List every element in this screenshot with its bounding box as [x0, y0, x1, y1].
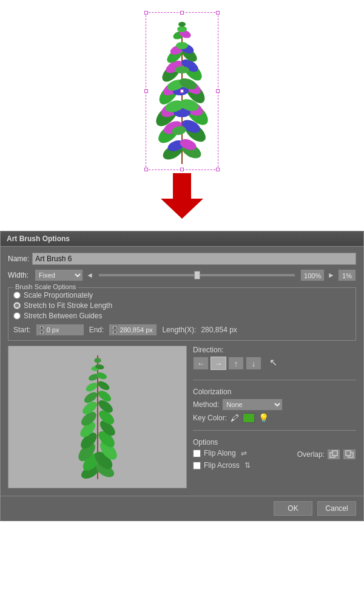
- direction-section: Direction: ← → ↑ ↓ ↖: [193, 346, 356, 372]
- end-spin-up[interactable]: ▲: [112, 325, 118, 330]
- length-label: Length(X):: [162, 326, 196, 334]
- dialog-titlebar: Art Brush Options: [1, 231, 363, 247]
- svg-rect-67: [346, 451, 351, 456]
- preview-box: [8, 346, 187, 488]
- radio-stretch-row: Stretch to Fit Stroke Length: [13, 301, 351, 310]
- flip-along-checkbox[interactable]: [193, 450, 201, 457]
- colorization-label: Colorization: [193, 388, 356, 396]
- svg-point-56: [84, 381, 99, 393]
- options-section: Options Flip Along ⇌ Flip Across: [193, 438, 356, 471]
- preview-plant: [31, 351, 164, 484]
- options-right: Overlap:: [297, 449, 356, 460]
- plant-art: [146, 12, 218, 170]
- start-spin-down[interactable]: ▼: [39, 330, 45, 335]
- dir-right-btn[interactable]: →: [211, 357, 226, 370]
- stel-row: Start: ▲ ▼ 0 px End: ▲ ▼ 280,854 px: [13, 324, 351, 336]
- cancel-button[interactable]: Cancel: [317, 501, 356, 516]
- radio-stretch[interactable]: [13, 302, 21, 309]
- svg-marker-38: [161, 173, 203, 219]
- arrow-right-icon: ►: [328, 271, 335, 279]
- flip-across-checkbox[interactable]: [193, 462, 201, 470]
- svg-point-57: [96, 379, 110, 391]
- end-label: End:: [89, 326, 104, 334]
- flip-across-icon: ⇅: [244, 461, 251, 470]
- flip-across-label: Flip Across: [204, 461, 240, 470]
- overlap-btn-2[interactable]: [343, 449, 356, 460]
- method-dropdown[interactable]: None Tints Tints and Shades Hue Shift: [222, 398, 283, 411]
- svg-point-33: [176, 42, 188, 49]
- options-label: Options: [193, 438, 356, 446]
- dialog-body: Name: Width: Fixed Pressure ◄ 100% ► 1%: [1, 247, 363, 496]
- cursor-icon: ↖: [269, 357, 277, 370]
- svg-point-28: [175, 66, 189, 74]
- end-spin-down[interactable]: ▼: [112, 330, 118, 335]
- key-color-row: Key Color: 🖍 💡: [193, 413, 356, 423]
- main-content: Direction: ← → ↑ ↓ ↖ Colorization: [8, 346, 356, 488]
- ok-button[interactable]: OK: [274, 501, 312, 516]
- key-color-label: Key Color:: [193, 414, 227, 422]
- svg-rect-65: [332, 451, 337, 456]
- canvas-area: [0, 0, 364, 231]
- svg-point-36: [177, 26, 187, 32]
- section-divider-2: [193, 430, 356, 431]
- width-row: Width: Fixed Pressure ◄ 100% ► 1%: [8, 269, 356, 281]
- overlap-btn-1[interactable]: [327, 449, 340, 460]
- radio-stretch-label: Stretch to Fit Stroke Length: [24, 301, 112, 310]
- colorization-section: Colorization Method: None Tints Tints an…: [193, 388, 356, 423]
- radio-between-row: Stretch Between Guides: [13, 312, 351, 320]
- end-spinners[interactable]: ▲ ▼: [112, 325, 118, 335]
- dir-left-btn[interactable]: ←: [193, 357, 209, 370]
- options-left: Flip Along ⇌ Flip Across ⇅: [193, 449, 251, 471]
- overlap-label: Overlap:: [297, 450, 325, 459]
- radio-scale[interactable]: [13, 292, 21, 299]
- light-bulb-icon[interactable]: 💡: [258, 413, 269, 423]
- right-panel: Direction: ← → ↑ ↓ ↖ Colorization: [193, 346, 356, 488]
- eyedropper-icon[interactable]: 🖍: [231, 413, 239, 423]
- width-small: 1%: [338, 269, 356, 281]
- start-spinners[interactable]: ▲ ▼: [39, 325, 45, 335]
- end-value: 280,854 px: [120, 326, 152, 333]
- start-label: Start:: [13, 326, 31, 334]
- color-swatch[interactable]: [243, 413, 255, 423]
- group-title: Brush Scale Options: [13, 283, 78, 290]
- dialog-title: Art Brush Options: [7, 234, 70, 243]
- name-row: Name:: [8, 253, 356, 265]
- section-divider-1: [193, 380, 356, 380]
- radio-between-label: Stretch Between Guides: [24, 312, 102, 320]
- name-label: Name:: [8, 255, 29, 263]
- width-slider-track[interactable]: [99, 274, 295, 276]
- method-row: Method: None Tints Tints and Shades Hue …: [193, 398, 356, 411]
- art-brush-options-dialog: Art Brush Options Name: Width: Fixed Pre…: [0, 231, 364, 521]
- start-input[interactable]: ▲ ▼ 0 px: [36, 324, 84, 336]
- plant-preview-canvas: [146, 12, 218, 170]
- width-percent: 100%: [300, 269, 325, 281]
- dialog-footer: OK Cancel: [1, 496, 363, 521]
- dir-up-btn[interactable]: ↑: [228, 357, 244, 370]
- brush-scale-options-group: Brush Scale Options Scale Proportionatel…: [8, 287, 356, 341]
- options-row: Flip Along ⇌ Flip Across ⇅ Overlap:: [193, 449, 356, 471]
- down-arrow: [161, 173, 203, 219]
- method-label: Method:: [193, 400, 219, 409]
- width-label: Width:: [8, 271, 29, 279]
- flip-across-row: Flip Across ⇅: [193, 461, 251, 470]
- direction-buttons: ← → ↑ ↓ ↖: [193, 357, 356, 370]
- flip-along-icon: ⇌: [241, 449, 247, 457]
- end-input[interactable]: ▲ ▼ 280,854 px: [109, 324, 157, 336]
- arrow-left-icon: ◄: [86, 271, 93, 279]
- name-input[interactable]: [32, 253, 356, 265]
- radio-scale-row: Scale Proportionately: [13, 291, 351, 299]
- length-value: 280,854 px: [201, 326, 237, 334]
- width-slider-thumb[interactable]: [194, 271, 200, 279]
- dir-down-btn[interactable]: ↓: [246, 357, 261, 370]
- svg-point-37: [178, 22, 186, 27]
- radio-between[interactable]: [13, 312, 21, 320]
- direction-label: Direction:: [193, 346, 356, 354]
- flip-along-label: Flip Along: [204, 449, 236, 457]
- start-spin-up[interactable]: ▲: [39, 325, 45, 330]
- width-dropdown[interactable]: Fixed Pressure: [35, 269, 83, 281]
- radio-scale-label: Scale Proportionately: [24, 291, 93, 299]
- start-value: 0 px: [47, 326, 59, 333]
- flip-along-row: Flip Along ⇌: [193, 449, 251, 457]
